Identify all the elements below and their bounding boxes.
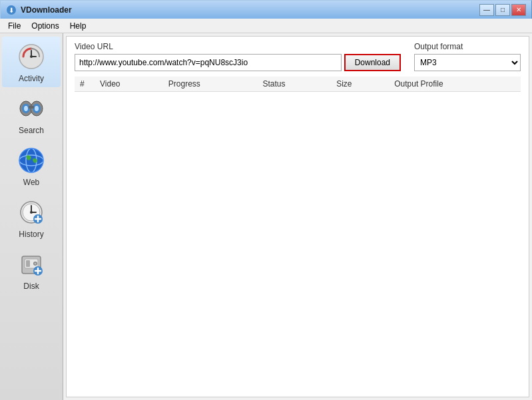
menu-options[interactable]: Options <box>26 20 64 32</box>
sidebar-search-label: Search <box>19 126 44 135</box>
svg-rect-27 <box>26 260 30 267</box>
format-select[interactable]: MP3 MP4 AVI FLV WMV AAC <box>414 54 521 71</box>
window-controls: — □ ✕ <box>479 4 526 16</box>
col-output-profile: Output Profile <box>389 77 521 92</box>
svg-point-29 <box>35 263 37 265</box>
col-number: # <box>75 77 95 92</box>
maximize-button[interactable]: □ <box>495 4 510 16</box>
col-size: Size <box>331 77 389 92</box>
minimize-button[interactable]: — <box>479 4 494 16</box>
svg-text:⬇: ⬇ <box>9 7 14 14</box>
col-video: Video <box>95 77 163 92</box>
web-icon <box>15 144 47 176</box>
title-bar: ⬇ VDownloader — □ ✕ <box>0 0 532 19</box>
sidebar-item-disk[interactable]: Disk <box>2 244 61 295</box>
main-container: Activity Search <box>0 33 532 400</box>
sidebar-activity-label: Activity <box>19 74 44 83</box>
url-section: Video URL Download <box>75 42 401 71</box>
content-area: Video URL Download Output format MP3 MP4… <box>66 36 529 397</box>
top-bar: Video URL Download Output format MP3 MP4… <box>67 37 529 71</box>
sidebar-history-label: History <box>19 230 43 239</box>
menu-help[interactable]: Help <box>65 20 92 32</box>
col-progress: Progress <box>163 77 258 92</box>
disk-icon <box>15 248 47 280</box>
sidebar-item-history[interactable]: History <box>2 192 61 243</box>
format-section: Output format MP3 MP4 AVI FLV WMV AAC <box>414 42 521 71</box>
sidebar-disk-label: Disk <box>23 282 39 291</box>
url-row: Download <box>75 54 401 71</box>
sidebar: Activity Search <box>0 33 63 400</box>
close-button[interactable]: ✕ <box>511 4 526 16</box>
svg-point-21 <box>30 211 33 214</box>
history-icon <box>15 196 47 228</box>
sidebar-web-label: Web <box>23 178 39 187</box>
svg-point-5 <box>30 55 33 58</box>
svg-rect-10 <box>29 106 34 108</box>
format-label: Output format <box>414 42 521 51</box>
activity-icon <box>15 41 47 73</box>
table-container: # Video Progress Status Size Output Prof… <box>67 71 529 397</box>
search-icon <box>15 93 47 124</box>
app-icon: ⬇ <box>6 5 17 15</box>
sidebar-item-activity[interactable]: Activity <box>2 37 61 87</box>
menu-bar: File Options Help <box>0 19 532 33</box>
window-title: VDownloader <box>21 5 479 15</box>
url-label: Video URL <box>75 42 401 51</box>
downloads-table: # Video Progress Status Size Output Prof… <box>75 77 521 92</box>
svg-point-11 <box>24 106 28 111</box>
table-header-row: # Video Progress Status Size Output Prof… <box>75 77 521 92</box>
sidebar-item-web[interactable]: Web <box>2 140 61 191</box>
col-status: Status <box>258 77 332 92</box>
sidebar-item-search[interactable]: Search <box>2 89 61 139</box>
svg-point-12 <box>35 106 39 111</box>
url-input[interactable] <box>75 54 342 71</box>
download-button[interactable]: Download <box>344 54 401 71</box>
menu-file[interactable]: File <box>3 20 26 32</box>
